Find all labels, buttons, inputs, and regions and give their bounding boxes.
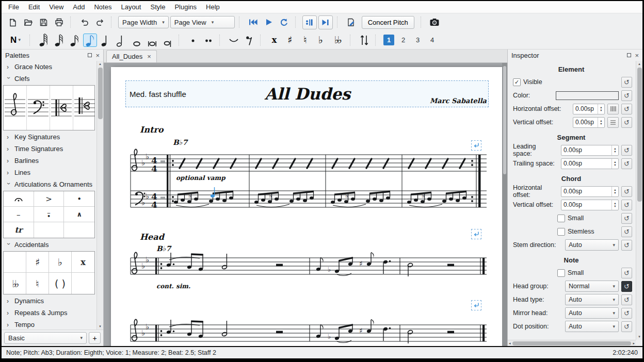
spinbox-arrows[interactable]: ▴▾ bbox=[611, 159, 618, 169]
reset-head-type-button[interactable]: ↺ bbox=[621, 294, 632, 305]
empty-cell[interactable] bbox=[4, 252, 26, 273]
float-panel-icon[interactable] bbox=[88, 53, 92, 57]
score-canvas[interactable]: ♭ ♭ bbox=[104, 63, 507, 346]
selected-note[interactable] bbox=[211, 187, 215, 198]
staccato-cell[interactable]: • bbox=[64, 191, 94, 207]
stem-direction-select[interactable]: Auto▾ bbox=[565, 239, 619, 251]
snap-horizontal-button[interactable] bbox=[607, 104, 619, 114]
reset-leading-space-button[interactable]: ↺ bbox=[621, 145, 632, 156]
color-swatch[interactable] bbox=[556, 91, 619, 100]
composer-text[interactable]: Marc Sabatella bbox=[430, 97, 487, 105]
note-half-button[interactable] bbox=[114, 34, 128, 47]
rehearsal-mark-intro[interactable]: Intro bbox=[140, 125, 164, 135]
bass-clef-cell[interactable] bbox=[27, 86, 50, 130]
tenuto-cell[interactable]: – bbox=[4, 207, 34, 222]
palette-clefs[interactable]: ›Clefs bbox=[2, 73, 96, 85]
scrollbar-thumb[interactable] bbox=[503, 66, 506, 174]
note-32nd-button[interactable] bbox=[52, 34, 66, 47]
sharp-cell[interactable]: ♯ bbox=[26, 252, 49, 273]
parentheses-cell[interactable]: ( ) bbox=[49, 273, 72, 294]
scroll-down-icon[interactable]: ▾ bbox=[99, 324, 101, 329]
edit-element-button[interactable] bbox=[344, 15, 358, 29]
natural-cell[interactable]: ♮ bbox=[26, 273, 49, 294]
flat-button[interactable]: ♭ bbox=[314, 34, 328, 47]
augmentation-dot-button[interactable] bbox=[186, 34, 200, 47]
palette-lines[interactable]: ›Lines bbox=[2, 167, 96, 178]
zoom-combo[interactable]: Page Width ▾ bbox=[118, 16, 169, 28]
palette-repeats-jumps[interactable]: ›Repeats & Jumps bbox=[2, 307, 96, 319]
play-button[interactable] bbox=[262, 15, 276, 29]
menu-notes[interactable]: Notes bbox=[89, 2, 116, 12]
menu-plugins[interactable]: Plugins bbox=[170, 2, 201, 12]
chord-h-offset-spinbox[interactable]: 0.00sp▴▾ bbox=[561, 186, 619, 197]
visible-checkbox[interactable]: ✓ bbox=[513, 78, 521, 86]
palettes-scrollbar[interactable]: ▴ ▾ bbox=[96, 61, 103, 330]
loop-playback-button[interactable] bbox=[277, 15, 291, 29]
scrollbar-thumb[interactable] bbox=[637, 68, 642, 202]
scrollbar-thumb[interactable] bbox=[512, 341, 632, 345]
empty-cell[interactable] bbox=[64, 222, 94, 238]
reset-color-button[interactable]: ↺ bbox=[621, 90, 632, 101]
scroll-right-icon[interactable]: ▸ bbox=[633, 341, 635, 346]
tenor-clef-cell[interactable] bbox=[73, 86, 96, 130]
menu-file[interactable]: File bbox=[4, 2, 24, 12]
double-flat-cell[interactable]: ♭♭ bbox=[4, 273, 26, 294]
note-breve-button[interactable] bbox=[145, 34, 159, 47]
trailing-space-spinbox[interactable]: 0.00sp▴▾ bbox=[561, 158, 619, 169]
dot-position-select[interactable]: Auto▾ bbox=[565, 321, 619, 332]
sharp-button[interactable]: ♯ bbox=[283, 34, 297, 47]
concert-pitch-button[interactable]: Concert Pitch bbox=[362, 16, 414, 29]
palette-tempo[interactable]: ›Tempo bbox=[2, 319, 96, 330]
score-notation[interactable]: ♭ ♭ bbox=[111, 67, 504, 346]
print-button[interactable] bbox=[52, 15, 66, 29]
tab-close-icon[interactable]: × bbox=[147, 53, 151, 60]
flat-cell[interactable]: ♭ bbox=[49, 252, 72, 273]
double-sharp-cell[interactable]: x bbox=[72, 252, 94, 273]
spinbox-arrows[interactable]: ▴▾ bbox=[611, 200, 618, 210]
head-group-select[interactable]: Normal▾ bbox=[565, 281, 619, 292]
menu-view[interactable]: View bbox=[44, 2, 68, 12]
mirror-head-select[interactable]: Auto▾ bbox=[565, 307, 619, 319]
fermata-cell[interactable] bbox=[4, 191, 34, 207]
workspace-combo[interactable]: Basic ▾ bbox=[4, 332, 87, 344]
reset-stemless-button[interactable]: ↺ bbox=[621, 226, 632, 237]
treble-clef-cell[interactable] bbox=[4, 86, 27, 130]
trill-cell[interactable]: tr bbox=[4, 222, 34, 238]
palette-key-signatures[interactable]: ›Key Signatures bbox=[2, 131, 96, 143]
inspector-hscrollbar[interactable]: ◂ ▸ bbox=[508, 340, 636, 346]
reset-stem-direction-button[interactable]: ↺ bbox=[621, 240, 632, 251]
natural-button[interactable]: ♮ bbox=[298, 34, 312, 47]
redo-button[interactable] bbox=[93, 15, 107, 29]
scroll-up-icon[interactable]: ▴ bbox=[99, 61, 101, 67]
rewind-button[interactable] bbox=[246, 15, 260, 29]
spinbox-arrows[interactable]: ▴▾ bbox=[611, 187, 618, 196]
reset-head-group-button[interactable]: ↺ bbox=[621, 281, 632, 292]
rehearsal-mark-head[interactable]: Head bbox=[140, 232, 164, 242]
leading-space-spinbox[interactable]: 0.00sp▴▾ bbox=[561, 145, 619, 156]
voice-2-button[interactable]: 2 bbox=[398, 35, 409, 45]
close-panel-icon[interactable]: × bbox=[635, 52, 639, 59]
vamp-annotation[interactable]: optional vamp bbox=[176, 174, 226, 182]
menu-help[interactable]: Help bbox=[201, 2, 224, 12]
double-flat-button[interactable]: ♭♭ bbox=[329, 34, 346, 47]
reset-mirror-head-button[interactable]: ↺ bbox=[621, 308, 632, 319]
palette-barlines[interactable]: ›Barlines bbox=[2, 155, 96, 167]
note-longa-button[interactable] bbox=[160, 34, 174, 47]
reset-element-h-offset-button[interactable]: ↺ bbox=[621, 104, 632, 114]
palette-accidentals[interactable]: ›Accidentals bbox=[2, 239, 96, 251]
reset-chord-v-offset-button[interactable]: ↺ bbox=[621, 200, 632, 210]
spinbox-arrows[interactable]: ▴▾ bbox=[611, 145, 618, 155]
new-score-button[interactable] bbox=[6, 15, 20, 29]
note-whole-button[interactable] bbox=[130, 34, 143, 47]
chord-v-offset-spinbox[interactable]: 0.00sp▴▾ bbox=[561, 200, 619, 210]
palette-grace-notes[interactable]: ›Grace Notes bbox=[2, 61, 96, 73]
menu-edit[interactable]: Edit bbox=[24, 2, 44, 12]
note-16th-button[interactable] bbox=[68, 34, 82, 47]
third-system[interactable] bbox=[131, 319, 487, 343]
voice-4-button[interactable]: 4 bbox=[427, 35, 438, 45]
reset-trailing-space-button[interactable]: ↺ bbox=[621, 158, 632, 169]
reset-note-small-button[interactable]: ↺ bbox=[621, 268, 632, 278]
menu-layout[interactable]: Layout bbox=[116, 2, 146, 12]
double-dot-button[interactable] bbox=[201, 34, 215, 47]
undo-button[interactable] bbox=[77, 15, 91, 29]
